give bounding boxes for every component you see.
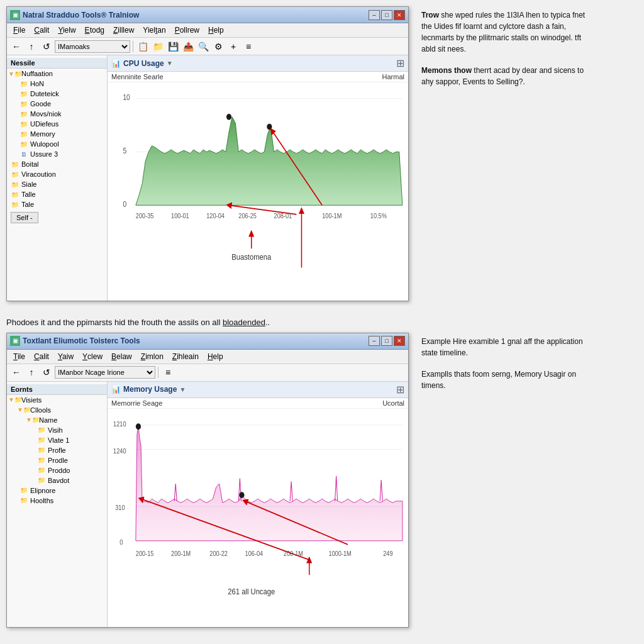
tool-btn-2a[interactable]: ≡ — [161, 365, 175, 379]
tree-item-udiefeus[interactable]: 📁 UDiefeus — [16, 119, 107, 129]
tree-item-viracoution[interactable]: 📁 Viracoution — [7, 169, 107, 179]
window-body-2: Eornts ▼📁 Visiets ▼📁 Cllools ▼📁 Name — [7, 382, 408, 627]
tree-item-prodle[interactable]: 📁 Prodle — [33, 455, 107, 465]
titlebar-left-2: ▣ Toxtlant Eliumotic Toisterc Tools — [10, 336, 140, 346]
memory-chart-container: 1210 1240 310 0 — [108, 409, 408, 627]
tree-item-siale[interactable]: 📁 Siale — [7, 179, 107, 189]
panel-header-2: 📊 Memory Usage ▼ ⊞ — [108, 382, 408, 398]
folder-icon-name: ▼📁 — [28, 416, 37, 425]
refresh-btn-2[interactable]: ↺ — [40, 365, 53, 379]
refresh-btn-1[interactable]: ↺ — [40, 40, 53, 53]
tree-item-visiets[interactable]: ▼📁 Visiets — [7, 395, 107, 405]
folder-icon-vlate: 📁 — [37, 436, 46, 445]
tool-btn-1e[interactable]: 🔍 — [196, 40, 210, 53]
tool-btn-1a[interactable]: 📋 — [136, 40, 150, 53]
menu-calit-1[interactable]: Calit — [30, 25, 53, 36]
menu-file-1[interactable]: File — [9, 25, 29, 36]
tree-item-goode[interactable]: 📁 Goode — [16, 99, 107, 109]
tool-btn-1f[interactable]: ⚙ — [211, 40, 225, 53]
toolbar-1: ← ↑ ↺ IMamoaks 📋 📁 💾 📤 🔍 ⚙ + ≡ — [7, 38, 408, 55]
menu-yielw-1[interactable]: Yielw — [54, 25, 79, 36]
folder-icon-siale: 📁 — [11, 180, 19, 189]
svg-text:200-1M: 200-1M — [284, 550, 303, 557]
close-btn-2[interactable]: ✕ — [394, 336, 405, 346]
minimize-btn-2[interactable]: – — [369, 336, 380, 346]
folder-icon-udiefeus: 📁 — [19, 119, 28, 128]
tree-item-ussure[interactable]: 🗎 Ussure 3 — [16, 149, 107, 159]
menu-calit-2[interactable]: Calit — [30, 351, 53, 362]
up-btn-1[interactable]: ↑ — [25, 40, 38, 53]
tree-item-boital[interactable]: 📁 Boital — [7, 159, 107, 169]
maximize-btn-2[interactable]: □ — [381, 336, 392, 346]
tree-item-vlate[interactable]: 📁 Vlate 1 — [33, 435, 107, 445]
folder-icon-movs: 📁 — [19, 109, 28, 118]
tree-item-hon[interactable]: 📁 HoN — [16, 79, 107, 89]
tree-item-proddo[interactable]: 📁 Proddo — [33, 465, 107, 475]
svg-text:208-01: 208-01 — [274, 212, 292, 219]
minimize-btn-1[interactable]: – — [369, 10, 380, 20]
menu-yieltan-1[interactable]: Yieltan — [139, 25, 169, 36]
menu-pollrew-1[interactable]: Pollrew — [171, 25, 203, 36]
window-body-1: Nessile ▼📁 Nuffaation 📁 HoN 📁 Duteteick — [7, 55, 408, 301]
window-2: ▣ Toxtlant Eliumotic Toisterc Tools – □ … — [6, 333, 409, 628]
menu-zimlon-2[interactable]: Zimlon — [137, 351, 167, 362]
menu-yaiw-2[interactable]: Yaiw — [54, 351, 77, 362]
tree-item-hoolths[interactable]: 📁 Hoolths — [16, 496, 107, 506]
tree-item-visih[interactable]: 📁 Visih — [33, 425, 107, 435]
svg-text:200-1M: 200-1M — [171, 550, 191, 557]
back-btn-1[interactable]: ← — [9, 40, 23, 53]
folder-icon-boital: 📁 — [11, 160, 19, 169]
tree-item-movs[interactable]: 📁 Movs/niok — [16, 109, 107, 119]
svg-text:0: 0 — [123, 200, 126, 208]
menubar-1: File Calit Yielw Etodg Zilllew Yieltan P… — [7, 23, 408, 38]
folder-icon-viracoution: 📁 — [11, 170, 19, 179]
tree-item-profle[interactable]: 📁 Profle — [33, 445, 107, 455]
tree-item-memory[interactable]: 📁 Memory — [16, 129, 107, 139]
menu-zilllew-1[interactable]: Zilllew — [109, 25, 138, 36]
tree-item-talle[interactable]: 📁 Talle — [7, 189, 107, 199]
svg-point-6 — [226, 114, 231, 120]
menu-etodg-1[interactable]: Etodg — [81, 25, 108, 36]
annotation-block-1: Trow she wped rules the 1I3IA lhen to ty… — [421, 6, 597, 101]
close-btn-1[interactable]: ✕ — [394, 10, 405, 20]
tree-item-wulopool[interactable]: 📁 Wulopool — [16, 139, 107, 149]
toolbar-sep-1 — [133, 41, 133, 52]
folder-icon-duteteick: 📁 — [19, 89, 28, 98]
folder-icon-tale: 📁 — [11, 200, 19, 209]
back-btn-2[interactable]: ← — [9, 365, 23, 379]
self-btn-1[interactable]: Self - — [11, 212, 38, 223]
menu-help-1[interactable]: Help — [204, 25, 228, 36]
menu-zihleain-2[interactable]: Zihleain — [169, 351, 203, 362]
tree-item-name[interactable]: ▼📁 Name — [25, 415, 107, 425]
tool-btn-1h[interactable]: ≡ — [242, 40, 255, 53]
svg-text:1240: 1240 — [113, 447, 126, 454]
page-layout: ▣ Natral Stradduo Tools® Tralniow – □ ✕ … — [6, 6, 638, 639]
location-combo-1[interactable]: IMamoaks — [55, 40, 130, 53]
maximize-btn-1[interactable]: □ — [381, 10, 392, 20]
location-combo-2[interactable]: IManbor Ncage Irione — [55, 366, 155, 379]
tree-item-duteteick[interactable]: 📁 Duteteick — [16, 89, 107, 99]
tree-item-tale[interactable]: 📁 Tale — [7, 199, 107, 209]
annotation-3: Example Hire examible 1 gnal aff the app… — [421, 336, 597, 358]
menu-belaw-2[interactable]: Belaw — [108, 351, 136, 362]
up-btn-2[interactable]: ↑ — [25, 365, 38, 379]
tool-btn-1c[interactable]: 💾 — [166, 40, 180, 53]
folder-icon-elipnore: 📁 — [19, 486, 28, 495]
menu-yclew-2[interactable]: Yclew — [79, 351, 106, 362]
svg-text:249: 249 — [383, 550, 393, 557]
tree-item-nuffaation[interactable]: ▼📁 Nuffaation — [7, 69, 107, 79]
tree-item-elipnore[interactable]: 📁 Elipnore — [16, 486, 107, 496]
sidebar-header-1: Nessile — [7, 58, 107, 69]
tree-item-bavdot[interactable]: 📁 Bavdot — [33, 475, 107, 486]
tool-btn-1g[interactable]: + — [226, 40, 240, 53]
annotation-block-2: Example Hire examible 1 gnal aff the app… — [421, 333, 597, 404]
tree-item-cllools[interactable]: ▼📁 Cllools — [16, 405, 107, 415]
tool-btn-1b[interactable]: 📁 — [151, 40, 165, 53]
tool-btn-1d[interactable]: 📤 — [181, 40, 195, 53]
menu-tile-2[interactable]: Tile — [9, 351, 29, 362]
svg-text:261 all Uncage: 261 all Uncage — [228, 586, 275, 596]
titlebar-1: ▣ Natral Stradduo Tools® Tralniow – □ ✕ — [7, 7, 408, 23]
menu-help-2[interactable]: Help — [204, 351, 227, 362]
main-panel-2: 📊 Memory Usage ▼ ⊞ Memorrie Seage Ucorta… — [108, 382, 408, 627]
folder-icon-wulopool: 📁 — [19, 140, 28, 148]
